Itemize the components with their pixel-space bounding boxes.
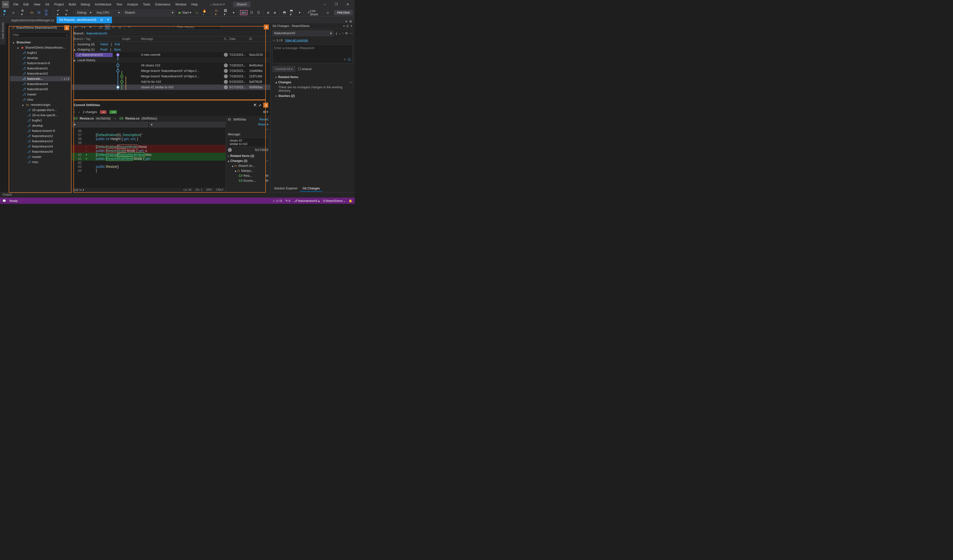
menu-file[interactable]: File	[11, 2, 21, 7]
platform-combo[interactable]: Any CPU▾	[95, 10, 122, 15]
up-arrow-icon[interactable]: ↑	[74, 110, 75, 114]
remote-branch[interactable]: ⎇feature-branch-6	[10, 128, 70, 133]
folder-node[interactable]: ▴ 🗀 Manipu...	[228, 168, 268, 173]
live-share-button[interactable]: ↗ Live Share	[306, 8, 323, 17]
more-icon[interactable]: ⋯	[265, 128, 268, 131]
related-items-section[interactable]: ▹ Related Items (2)	[228, 153, 268, 158]
bookmark2-button[interactable]: ⬒ ▾	[289, 8, 296, 17]
commit-row[interactable]: Merge branch 'featurebranch3' of https:/…	[72, 74, 270, 79]
outdent-button[interactable]: ≣	[272, 10, 278, 15]
solution-label[interactable]: ShareX	[233, 2, 250, 7]
remote-branch[interactable]: ⎇master	[10, 154, 70, 159]
menu-help[interactable]: Help	[189, 2, 200, 7]
minimize-button[interactable]: ─	[319, 1, 331, 8]
commit-message-input[interactable]: Enter a message <Required> # ⓘ	[273, 45, 353, 63]
sb-edits[interactable]: ✎ 0	[286, 199, 290, 203]
diff-combo-right[interactable]: ▾	[149, 122, 225, 127]
col-id[interactable]: ID	[249, 37, 270, 41]
filter-history-input[interactable]: Filter History	[174, 24, 222, 30]
reset-link[interactable]: Reset ▾	[258, 123, 268, 126]
down-arrow-icon[interactable]: ↓	[78, 110, 80, 114]
col-branch[interactable]: Branch / Tag	[72, 37, 113, 41]
sb-commit-counts[interactable]: ↑↓ 1 / 0	[273, 199, 282, 202]
branch-bugfix1[interactable]: ⎇bugfix1	[10, 50, 70, 55]
fetch-link[interactable]: Fetch	[100, 43, 108, 46]
menu-edit[interactable]: Edit	[21, 2, 31, 7]
tab-app-instance[interactable]: ApplicationInstanceManager.cs	[9, 17, 57, 23]
zoom-level[interactable]: 100 % ▾	[74, 188, 84, 192]
col-message[interactable]: Message	[140, 37, 224, 41]
menu-debug[interactable]: Debug	[78, 2, 92, 7]
branch-filter-input[interactable]: Filter ⌕	[11, 32, 70, 38]
sb-branch[interactable]: ⎇ featurebranch3 ▴	[294, 199, 320, 203]
diff-combo-left[interactable]: ▾	[72, 122, 148, 127]
changes-node[interactable]: ▴ Changes⋯	[273, 80, 353, 85]
related-items-node[interactable]: ▹ Related Items	[273, 74, 353, 80]
pin-icon[interactable]: ⊡	[346, 24, 349, 28]
redo-button[interactable]: ↷ ▾	[64, 8, 71, 17]
branch-misc[interactable]: ⎇misc	[10, 97, 70, 102]
stashes-node[interactable]: ▹ Stashes (2)	[273, 93, 353, 98]
remote-branch[interactable]: ⎇bugfix1	[10, 118, 70, 123]
pin-icon[interactable]: ⊡	[100, 18, 103, 22]
check-button[interactable]: ✓₀	[80, 25, 86, 30]
file-node[interactable]: C# Resi...M	[228, 173, 268, 178]
output-window-tab[interactable]: Output	[0, 192, 355, 198]
start-button[interactable]: ▶Start ▾	[177, 10, 193, 15]
new-item-button[interactable]: 🗎 ▾	[20, 8, 27, 17]
remote-branch[interactable]: ⎇featurebranch4	[10, 144, 70, 149]
comment-button[interactable]: ☷	[249, 10, 255, 15]
sync-icon[interactable]: ⟳	[345, 31, 348, 35]
menu-project[interactable]: Project	[52, 2, 67, 7]
config-combo[interactable]: Debug▾	[76, 10, 93, 15]
branch-feature1[interactable]: ⎇featurebranch1	[10, 66, 70, 71]
sb-repo[interactable]: ⎙ ShareXDemo ▴	[323, 199, 345, 202]
branch-feature6[interactable]: ⎇feature-branch-6	[10, 60, 70, 66]
nav-back-button[interactable]: ◉ ▾	[2, 8, 9, 17]
incoming-group[interactable]: ▹Incoming (0) Fetch | Pull	[72, 42, 270, 47]
remote-branch[interactable]: ⎇featurebranch5	[10, 149, 70, 154]
undo-button[interactable]: ↶ ▾	[56, 8, 63, 17]
commit-row-selected[interactable]: closes #2 similar to #10 5/17/2023... 5b…	[72, 85, 270, 90]
open-button[interactable]: 🗁	[29, 10, 35, 15]
graph-btn-1[interactable]: ⎇	[97, 25, 104, 30]
tab-git-repository[interactable]: Git Reposit...aturebranch3) ⊡ ✕	[57, 17, 112, 23]
remote-branch[interactable]: ⎇develop	[10, 123, 70, 128]
hide-button[interactable]: 👁	[127, 25, 132, 29]
nav-fwd-button[interactable]: ◉	[11, 10, 16, 15]
menu-test[interactable]: Test	[114, 2, 124, 7]
preview-button[interactable]: PREVIEW	[334, 10, 353, 15]
col-graph[interactable]: Graph	[113, 37, 140, 41]
find-button[interactable]: abc	[240, 10, 247, 15]
pull-link[interactable]: Pull	[115, 43, 120, 46]
branch-feature4[interactable]: ⎇featurebranch4	[10, 81, 70, 87]
branch-develop[interactable]: ⎇develop	[10, 55, 70, 60]
maximize-icon[interactable]: ⤢	[259, 104, 261, 107]
pull-icon[interactable]: ↓	[339, 32, 341, 35]
more-button[interactable]: ▾	[231, 10, 236, 15]
repo-node[interactable]: ▴◆ShareXDemo (featurebranc...	[10, 45, 70, 50]
tab-solution-explorer[interactable]: Solution Explorer	[272, 186, 300, 192]
expand-icon[interactable]: ⇱	[254, 104, 257, 107]
notification-icon[interactable]: 🔔	[349, 199, 352, 203]
remote-branch[interactable]: ⎇featurebranch2	[10, 133, 70, 139]
push-link[interactable]: Push	[100, 48, 107, 51]
search-box[interactable]: ⌕ Search ▾	[208, 2, 227, 7]
branches-node[interactable]: ▴Branches	[10, 40, 70, 45]
gear-icon[interactable]: ⚙ ▾	[263, 110, 268, 114]
menu-window[interactable]: Window	[173, 2, 189, 7]
menu-analyze[interactable]: Analyze	[124, 2, 140, 7]
revert-link[interactable]: Revert	[259, 118, 268, 121]
fetch-icon[interactable]: ↓̇	[335, 31, 338, 35]
uncomment-button[interactable]: ☷	[256, 10, 261, 15]
folder-node[interactable]: ▴ 🗀 ShareX.Im...	[228, 163, 268, 168]
more-icon[interactable]: ⋯	[265, 159, 268, 162]
save-all-button[interactable]: 🖫🖫	[43, 8, 51, 17]
commit-row[interactable]: Merge branch 'featurebranch3' of https:/…	[72, 68, 270, 74]
img-button[interactable]: 🖼 ▾	[223, 8, 230, 17]
code-view[interactable]: 36 37 [DefaultValue(0), Description(" 38…	[72, 128, 226, 188]
menu-view[interactable]: View	[31, 2, 43, 7]
dropdown-icon[interactable]: ▾	[343, 24, 345, 28]
refresh-button[interactable]: ↻	[73, 25, 78, 30]
close-tab-icon[interactable]: ✕	[107, 18, 109, 22]
